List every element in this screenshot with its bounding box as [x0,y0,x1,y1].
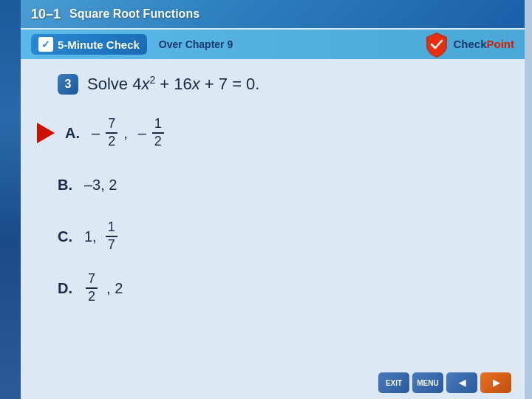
answer-row-b[interactable]: B. –3, 2 [58,167,502,202]
main-content: 10–1 Square Root Functions ✓ 5-Minute Ch… [21,0,525,399]
lesson-number: 10–1 [31,7,61,22]
five-min-label: 5-Minute Check [58,38,140,51]
menu-button[interactable]: MENU [412,372,443,393]
bottom-nav: EXIT MENU ◀ ▶ [378,372,511,393]
answer-label-d: D. [58,280,84,297]
question-row: 3 Solve 4x2 + 16x + 7 = 0. [58,74,502,95]
side-decoration-right [525,0,532,399]
over-chapter-label: Over Chapter 9 [159,38,424,50]
question-number-badge: 3 [58,74,78,95]
answer-row-d[interactable]: D. 7 2 , 2 [58,270,502,306]
checkpoint-badge: CheckPoint [423,31,514,58]
answer-row-c[interactable]: C. 1, 1 7 [58,219,502,254]
answer-content-b: –3, 2 [84,177,117,194]
fraction-7-2-d: 7 2 [86,271,98,304]
fraction-7-2: 7 2 [106,116,117,149]
header-bar: 10–1 Square Root Functions [21,0,525,28]
checkpoint-logo-icon [423,31,450,58]
fraction-1-2: 1 2 [152,116,164,149]
answer-label-a: A. [65,125,92,142]
side-decoration-left [0,0,21,399]
answer-label-b: B. [58,177,84,194]
fraction-1-7: 1 7 [106,219,117,253]
answer-content-d: 7 2 , 2 [84,271,123,304]
lesson-title: Square Root Functions [69,7,200,21]
answer-label-c: C. [58,228,84,245]
checkpoint-text: CheckPoint [453,38,514,51]
answer-content-c: 1, 1 7 [84,219,119,253]
question-text: Solve 4x2 + 16x + 7 = 0. [87,74,259,94]
selected-arrow [37,123,55,143]
five-min-badge: ✓ 5-Minute Check [31,34,147,55]
exit-button[interactable]: EXIT [378,372,409,393]
check-icon: ✓ [38,37,53,52]
answer-content-a: – 7 2 , – 1 2 [92,116,166,149]
next-button[interactable]: ▶ [480,372,511,393]
answers-area: A. – 7 2 , – 1 2 B. –3, 2 [21,115,525,330]
check-bar: ✓ 5-Minute Check Over Chapter 9 CheckPoi… [21,30,525,59]
question-area: 3 Solve 4x2 + 16x + 7 = 0. [21,59,525,115]
answer-row-a[interactable]: A. – 7 2 , – 1 2 [58,115,502,151]
prev-button[interactable]: ◀ [446,372,477,393]
